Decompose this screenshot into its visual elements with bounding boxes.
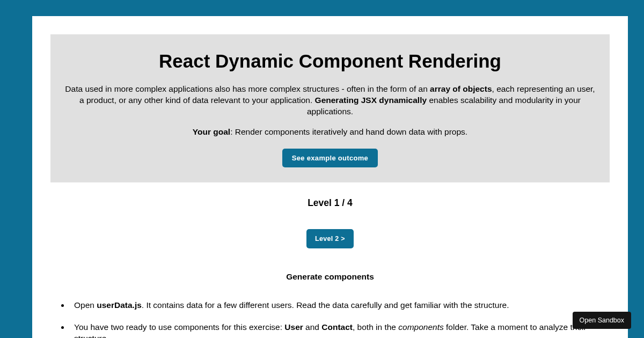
level-indicator: Level 1 / 4: [50, 197, 610, 209]
page-container: React Dynamic Component Rendering Data u…: [32, 16, 628, 338]
instruction-list: Open userData.js. It contains data for a…: [50, 300, 610, 338]
open-sandbox-button[interactable]: Open Sandbox: [573, 312, 631, 329]
see-example-button[interactable]: See example outcome: [282, 149, 378, 167]
goal-paragraph: Your goal: Render components iteratively…: [63, 127, 597, 137]
section-title: Generate components: [50, 272, 610, 282]
header-box: React Dynamic Component Rendering Data u…: [50, 34, 610, 182]
next-level-button[interactable]: Level 2 >: [306, 229, 354, 248]
level-nav: Level 2 >: [50, 229, 610, 248]
intro-paragraph: Data used in more complex applications a…: [63, 84, 597, 117]
list-item: You have two ready to use components for…: [70, 322, 610, 338]
list-item: Open userData.js. It contains data for a…: [70, 300, 610, 311]
page-title: React Dynamic Component Rendering: [63, 50, 597, 72]
